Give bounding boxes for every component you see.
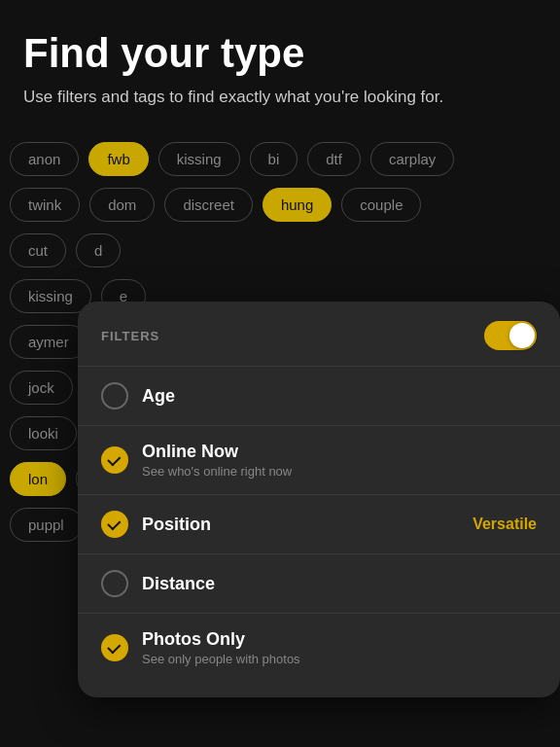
filter-age[interactable]: Age	[78, 366, 560, 425]
tag-looki[interactable]: looki	[10, 416, 77, 450]
filter-online-now[interactable]: Online Now See who's online right now	[78, 425, 560, 494]
photos-only-check[interactable]	[101, 634, 128, 661]
filter-distance[interactable]: Distance	[78, 553, 560, 613]
tag-dom[interactable]: dom	[89, 188, 155, 222]
tags-row-1: anon fwb kissing bi dtf carplay	[0, 136, 560, 182]
photos-only-subtitle: See only people with photos	[142, 652, 537, 666]
tag-couple[interactable]: couple	[341, 188, 421, 222]
tag-anon[interactable]: anon	[10, 142, 79, 176]
position-value[interactable]: Versatile	[472, 516, 537, 533]
tag-hung[interactable]: hung	[262, 188, 332, 222]
filters-label: FILTERS	[101, 329, 159, 343]
filter-position[interactable]: Position Versatile	[78, 494, 560, 553]
tag-carplay[interactable]: carplay	[370, 142, 454, 176]
tag-cut[interactable]: cut	[10, 233, 66, 267]
position-content: Position	[142, 515, 459, 535]
tag-fwb[interactable]: fwb	[88, 142, 148, 176]
tag-aymer[interactable]: aymer	[10, 325, 88, 359]
filters-toggle[interactable]	[484, 321, 537, 350]
tag-twink[interactable]: twink	[10, 188, 80, 222]
distance-content: Distance	[142, 574, 537, 594]
filter-photos-only[interactable]: Photos Only See only people with photos	[78, 613, 560, 682]
photos-only-content: Photos Only See only people with photos	[142, 629, 537, 666]
age-content: Age	[142, 386, 537, 407]
online-now-subtitle: See who's online right now	[142, 464, 537, 479]
toggle-knob	[509, 323, 535, 348]
tag-discreet[interactable]: discreet	[164, 188, 253, 222]
photos-only-label: Photos Only	[142, 629, 537, 650]
tag-jock[interactable]: jock	[10, 371, 73, 405]
tag-d[interactable]: d	[76, 233, 121, 267]
header: Find your type Use filters and tags to f…	[0, 0, 560, 124]
tags-row-2: twink dom discreet hung couple	[0, 182, 560, 228]
tag-kissing[interactable]: kissing	[158, 142, 240, 176]
age-label: Age	[142, 386, 537, 407]
filters-modal: FILTERS Age Online Now See who's online …	[78, 302, 560, 697]
page-title: Find your type	[23, 31, 537, 76]
page-subtitle: Use filters and tags to find exactly wha…	[23, 86, 537, 109]
online-now-content: Online Now See who's online right now	[142, 442, 537, 479]
tag-lon[interactable]: lon	[10, 462, 66, 496]
filters-header: FILTERS	[78, 302, 560, 366]
online-now-check[interactable]	[101, 446, 128, 474]
distance-label: Distance	[142, 574, 537, 594]
distance-radio[interactable]	[101, 570, 128, 597]
age-radio[interactable]	[101, 382, 128, 409]
online-now-label: Online Now	[142, 442, 537, 462]
tag-dtf[interactable]: dtf	[307, 142, 361, 176]
tag-bi[interactable]: bi	[250, 142, 298, 176]
tag-puppl[interactable]: puppl	[10, 508, 83, 542]
position-check[interactable]	[101, 511, 128, 538]
position-label: Position	[142, 515, 459, 535]
tags-row-3: cut d	[0, 228, 560, 273]
